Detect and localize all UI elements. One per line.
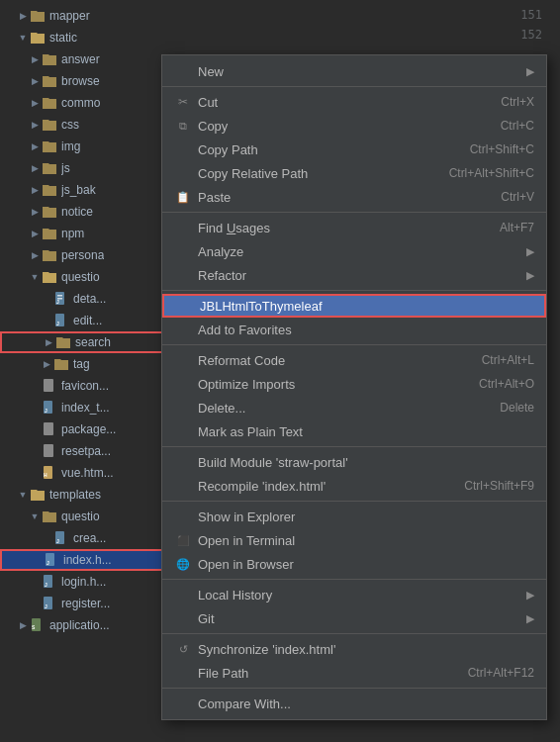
svg-rect-6 (44, 379, 53, 392)
folder-icon-img (42, 139, 57, 154)
tree-arrow-browse: ▶ (28, 74, 42, 88)
file-icon-crea: J (53, 530, 69, 546)
menu-item-open-browser[interactable]: 🌐 Open in Browser (162, 552, 546, 576)
menu-item-delete[interactable]: Delete... Delete (162, 396, 546, 419)
folder-icon-answer (42, 51, 57, 67)
svg-text:J: J (45, 408, 47, 414)
menu-sep-6 (162, 501, 546, 502)
tree-item-vue-htm[interactable]: ▶ H vue.htm... (0, 462, 168, 484)
tree-item-index-h[interactable]: ▶ J index.h... (0, 549, 168, 571)
menu-item-find-usages[interactable]: Find Usages Alt+F7 (162, 216, 546, 239)
menu-sep-8 (162, 633, 546, 634)
folder-icon-mapper (30, 8, 46, 24)
menu-icon-git (174, 609, 192, 627)
tree-item-search[interactable]: ▶ search (0, 331, 168, 353)
tree-item-favicon[interactable]: ▶ favicon... (0, 375, 168, 397)
tree-item-package[interactable]: ▶ package... (0, 418, 168, 440)
menu-icon-optimize (174, 375, 192, 393)
line-num-152: 152 (491, 25, 550, 45)
tree-item-register[interactable]: ▶ J register... (0, 593, 168, 614)
tree-item-edit[interactable]: ▶ J edit... (0, 310, 168, 331)
tree-label-js-bak: js_bak (61, 183, 96, 197)
tree-item-login-h[interactable]: ▶ J login.h... (0, 571, 168, 593)
menu-item-local-history[interactable]: Local History ▶ (162, 583, 546, 606)
file-icon-package (42, 421, 57, 437)
folder-icon-questio (42, 269, 57, 285)
tree-item-application[interactable]: ▶ S applicatio... (0, 614, 168, 636)
menu-item-new[interactable]: New ▶ (162, 59, 546, 83)
menu-item-copy-rel-path[interactable]: Copy Relative Path Ctrl+Alt+Shift+C (162, 161, 546, 185)
menu-item-git[interactable]: Git ▶ (162, 606, 546, 630)
menu-item-add-favorites[interactable]: Add to Favorites (162, 318, 546, 341)
tree-item-img[interactable]: ▶ img (0, 136, 168, 157)
tree-item-answer[interactable]: ▶ answer (0, 48, 168, 70)
menu-item-open-terminal[interactable]: ⬛ Open in Terminal (162, 528, 546, 552)
menu-label-optimize: Optimize Imports (198, 377, 295, 392)
tree-arrow-js: ▶ (28, 161, 42, 175)
tree-item-detail[interactable]: ▶ J deta... (0, 288, 168, 310)
menu-item-show-explorer[interactable]: Show in Explorer (162, 505, 546, 528)
menu-arrow-analyze: ▶ (526, 245, 534, 258)
tree-arrow-persona: ▶ (28, 248, 42, 262)
tree-item-commo[interactable]: ▶ commo (0, 92, 168, 114)
tree-item-css[interactable]: ▶ css (0, 114, 168, 136)
menu-item-recompile[interactable]: Recompile 'index.html' Ctrl+Shift+F9 (162, 474, 546, 498)
menu-item-jbl[interactable]: JBLHtmlToThymeleaf (162, 294, 546, 318)
tree-label-search: search (75, 335, 111, 349)
tree-label-register: register... (61, 597, 110, 610)
tree-item-notice[interactable]: ▶ notice (0, 201, 168, 223)
menu-label-open-terminal: Open in Terminal (198, 533, 295, 548)
tree-label-edit: edit... (73, 314, 102, 327)
menu-item-paste[interactable]: 📋 Paste Ctrl+V (162, 185, 546, 209)
menu-label-find-usages: Find Usages (198, 221, 270, 235)
tree-item-npm[interactable]: ▶ npm (0, 223, 168, 244)
menu-shortcut-copy-path: Ctrl+Shift+C (470, 142, 534, 156)
file-icon-index-t: J (42, 400, 57, 416)
tree-label-js: js (61, 161, 70, 175)
tree-item-questio2[interactable]: ▼ questio (0, 506, 168, 527)
tree-item-browse[interactable]: ▶ browse (0, 70, 168, 92)
menu-item-compare-with[interactable]: Compare With... (162, 692, 546, 715)
tree-item-mapper[interactable]: ▶ mapper (0, 5, 168, 27)
tree-label-favicon: favicon... (61, 379, 109, 393)
menu-item-reformat[interactable]: Reformat Code Ctrl+Alt+L (162, 348, 546, 372)
tree-item-index-t[interactable]: ▶ J index_t... (0, 397, 168, 418)
menu-label-paste: Paste (198, 190, 231, 205)
menu-item-copy[interactable]: ⧉ Copy Ctrl+C (162, 114, 546, 138)
tree-item-crea[interactable]: ▶ J crea... (0, 527, 168, 549)
file-icon-login-h: J (42, 574, 57, 590)
tree-item-templates[interactable]: ▼ templates (0, 484, 168, 506)
menu-label-copy-path: Copy Path (198, 142, 258, 157)
tree-label-login-h: login.h... (61, 575, 106, 589)
file-icon-register: J (42, 596, 57, 611)
menu-item-copy-path[interactable]: Copy Path Ctrl+Shift+C (162, 138, 546, 161)
menu-item-build-module[interactable]: Build Module 'straw-portal' (162, 450, 546, 474)
tree-label-persona: persona (61, 248, 104, 262)
menu-item-cut[interactable]: ✂ Cut Ctrl+X (162, 90, 546, 114)
tree-item-static[interactable]: ▼ static (0, 27, 168, 48)
menu-label-mark-plain: Mark as Plain Text (198, 424, 303, 439)
tree-item-questio[interactable]: ▼ questio (0, 266, 168, 288)
menu-label-refactor: Refactor (198, 268, 246, 283)
file-icon-edit: J (53, 313, 69, 328)
folder-icon-search (55, 334, 71, 350)
menu-label-open-browser: Open in Browser (198, 557, 294, 572)
menu-icon-copy-path (174, 140, 192, 158)
tree-item-js-bak[interactable]: ▶ js_bak (0, 179, 168, 201)
menu-item-analyze[interactable]: Analyze ▶ (162, 239, 546, 263)
tree-label-commo: commo (61, 96, 100, 110)
menu-label-delete: Delete... (198, 401, 245, 416)
file-icon-vue-htm: H (42, 465, 57, 481)
menu-arrow-new: ▶ (526, 65, 534, 78)
menu-item-mark-plain[interactable]: Mark as Plain Text (162, 419, 546, 443)
menu-item-sync[interactable]: ↺ Synchronize 'index.html' (162, 637, 546, 661)
menu-item-refactor[interactable]: Refactor ▶ (162, 263, 546, 287)
menu-item-optimize[interactable]: Optimize Imports Ctrl+Alt+O (162, 372, 546, 396)
tree-arrow-js-bak: ▶ (28, 183, 42, 197)
tree-item-js[interactable]: ▶ js (0, 157, 168, 179)
tree-item-persona[interactable]: ▶ persona (0, 244, 168, 266)
tree-item-tag[interactable]: ▶ tag (0, 353, 168, 375)
tree-item-resetpa[interactable]: ▶ resetpa... (0, 440, 168, 462)
menu-item-file-path[interactable]: File Path Ctrl+Alt+F12 (162, 661, 546, 685)
svg-text:J: J (56, 538, 59, 544)
